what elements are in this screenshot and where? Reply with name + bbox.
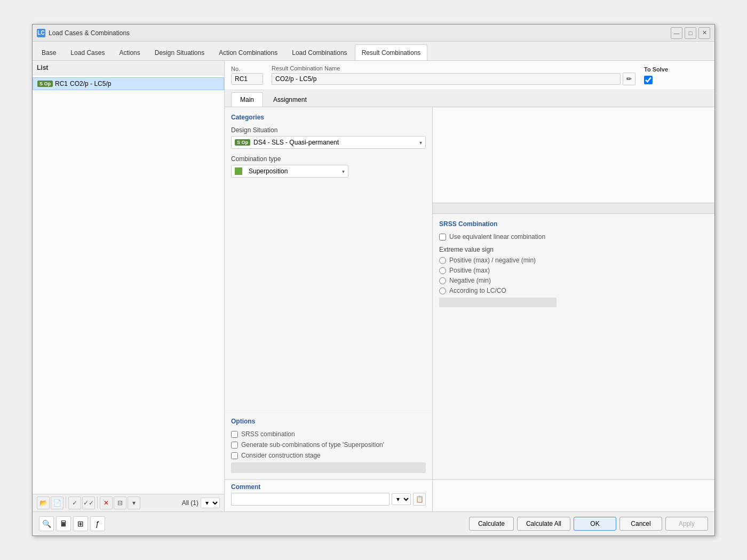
tab-design-situations[interactable]: Design Situations bbox=[148, 44, 211, 60]
title-bar-left: LC Load Cases & Combinations bbox=[37, 29, 130, 37]
radio-pos-label: Positive (max) bbox=[449, 267, 490, 274]
split-button[interactable]: ⊟ bbox=[114, 497, 126, 509]
sidebar-list: S Op RC1 CO2/p - LC5/p bbox=[33, 75, 224, 494]
combination-type-value: Superposition bbox=[249, 167, 288, 175]
close-button[interactable]: ✕ bbox=[698, 27, 710, 39]
model-button[interactable]: ⊞ bbox=[73, 516, 88, 531]
app-icon: LC bbox=[37, 29, 45, 37]
to-solve-checkbox[interactable] bbox=[644, 76, 653, 84]
use-equivalent-checkbox[interactable] bbox=[439, 234, 446, 241]
formula-button[interactable]: ƒ bbox=[90, 516, 105, 531]
design-situation-value: DS4 - SLS - Quasi-permanent bbox=[253, 139, 339, 146]
comment-dropdown[interactable]: ▾ bbox=[392, 493, 411, 505]
right-mid-area bbox=[433, 203, 714, 214]
sidebar-footer: 📂 📄 ✓ ✓✓ ✕ ⊟ ▾ All (1) ▾ bbox=[33, 494, 224, 511]
comment-input[interactable] bbox=[231, 493, 390, 506]
edit-name-button[interactable]: ✏ bbox=[623, 73, 635, 85]
radio-pos-neg-label: Positive (max) / negative (min) bbox=[449, 257, 536, 264]
calculator-button[interactable]: 🖩 bbox=[56, 516, 71, 531]
to-solve-section: To Solve bbox=[644, 66, 708, 84]
srss-combination-checkbox[interactable] bbox=[231, 431, 238, 438]
radio-pos-neg: Positive (max) / negative (min) bbox=[439, 257, 708, 264]
check-all-button[interactable]: ✓✓ bbox=[82, 497, 95, 509]
delete-button[interactable]: ✕ bbox=[100, 497, 113, 509]
srss-combination-row: SRSS combination bbox=[231, 430, 426, 438]
minimize-button[interactable]: — bbox=[671, 27, 682, 39]
maximize-button[interactable]: □ bbox=[685, 27, 696, 39]
tab-assignment[interactable]: Assignment bbox=[264, 92, 316, 107]
tools-divider2 bbox=[97, 497, 98, 508]
comment-input-row: ▾ 📋 bbox=[231, 493, 426, 506]
design-situation-group: Design Situation S Op DS4 - SLS - Quasi-… bbox=[231, 126, 426, 149]
name-field: Result Combination Name ✏ bbox=[272, 65, 635, 85]
copy-button[interactable]: 📄 bbox=[51, 497, 63, 509]
right-panel: SRSS Combination Use equivalent linear c… bbox=[433, 107, 714, 511]
right-comment-area bbox=[433, 479, 714, 511]
options-title: Options bbox=[231, 418, 426, 425]
tools-divider bbox=[66, 497, 66, 508]
comment-label: Comment bbox=[231, 483, 426, 491]
combination-type-label: Combination type bbox=[231, 155, 426, 163]
list-item-name: CO2/p - LC5/p bbox=[70, 80, 111, 87]
design-situation-badge: S Op bbox=[235, 139, 250, 146]
tab-base[interactable]: Base bbox=[35, 44, 63, 60]
name-input[interactable] bbox=[272, 73, 621, 85]
search-button[interactable]: 🔍 bbox=[39, 516, 54, 531]
apply-button[interactable]: Apply bbox=[665, 517, 708, 531]
radio-lc-co-input[interactable] bbox=[439, 287, 446, 294]
window-title: Load Cases & Combinations bbox=[49, 29, 130, 37]
options-section: Options SRSS combination Generate sub-co… bbox=[225, 411, 432, 479]
tab-actions[interactable]: Actions bbox=[112, 44, 147, 60]
ok-button[interactable]: OK bbox=[574, 517, 616, 531]
calculate-all-button[interactable]: Calculate All bbox=[517, 517, 570, 531]
all-dropdown[interactable]: ▾ bbox=[201, 498, 220, 508]
list-item[interactable]: S Op RC1 CO2/p - LC5/p bbox=[33, 77, 224, 90]
radio-pos-neg-input[interactable] bbox=[439, 257, 446, 264]
combo-arrow: ▾ bbox=[342, 169, 345, 174]
list-item-badge: S Op bbox=[37, 81, 53, 87]
list-item-id: RC1 bbox=[55, 80, 68, 87]
to-solve-label: To Solve bbox=[644, 66, 708, 73]
combo-badge bbox=[235, 167, 242, 175]
design-situation-select[interactable]: S Op DS4 - SLS - Quasi-permanent ▾ bbox=[231, 136, 426, 149]
panels-row: Categories Design Situation S Op DS4 - S… bbox=[225, 107, 714, 511]
sub-combinations-checkbox[interactable] bbox=[231, 442, 238, 449]
srss-grey-bar bbox=[439, 298, 557, 307]
srss-section: SRSS Combination Use equivalent linear c… bbox=[433, 214, 714, 479]
tab-action-combinations[interactable]: Action Combinations bbox=[212, 44, 284, 60]
tab-main[interactable]: Main bbox=[231, 92, 263, 107]
right-top-area bbox=[433, 107, 714, 203]
new-folder-button[interactable]: 📂 bbox=[37, 497, 50, 509]
name-input-row: ✏ bbox=[272, 73, 635, 85]
categories-title: Categories bbox=[231, 114, 426, 121]
categories-content: Categories Design Situation S Op DS4 - S… bbox=[225, 107, 432, 411]
construction-stage-checkbox[interactable] bbox=[231, 452, 238, 459]
combo-inner: Superposition bbox=[235, 167, 288, 175]
name-label: Result Combination Name bbox=[272, 65, 635, 71]
more-button[interactable]: ▾ bbox=[128, 497, 140, 509]
radio-lc-co: According to LC/CO bbox=[439, 287, 708, 294]
combination-type-select[interactable]: Superposition ▾ bbox=[231, 165, 348, 178]
cancel-button[interactable]: Cancel bbox=[619, 517, 662, 531]
tab-result-combinations[interactable]: Result Combinations bbox=[355, 44, 428, 60]
sub-combinations-row: Generate sub-combinations of type 'Super… bbox=[231, 441, 426, 449]
use-equivalent-label: Use equivalent linear combination bbox=[449, 233, 545, 241]
radio-pos-input[interactable] bbox=[439, 267, 446, 274]
radio-lc-co-label: According to LC/CO bbox=[449, 287, 506, 294]
no-value: RC1 bbox=[231, 73, 263, 85]
bottom-left-tools: 🔍 🖩 ⊞ ƒ bbox=[39, 516, 105, 531]
extreme-value-section: Extreme value sign Positive (max) / nega… bbox=[439, 246, 708, 307]
comment-section: Comment ▾ 📋 bbox=[225, 479, 432, 511]
construction-stage-label: Consider construction stage bbox=[241, 452, 321, 459]
radio-neg: Negative (min) bbox=[439, 277, 708, 284]
tab-load-combinations[interactable]: Load Combinations bbox=[285, 44, 354, 60]
check-button[interactable]: ✓ bbox=[68, 497, 81, 509]
calculate-button[interactable]: Calculate bbox=[469, 517, 514, 531]
left-panel: Categories Design Situation S Op DS4 - S… bbox=[225, 107, 433, 511]
comment-copy-button[interactable]: 📋 bbox=[413, 493, 426, 506]
construction-stage-row: Consider construction stage bbox=[231, 452, 426, 459]
tab-load-cases[interactable]: Load Cases bbox=[63, 44, 112, 60]
radio-neg-input[interactable] bbox=[439, 277, 446, 284]
bottom-right-buttons: Calculate Calculate All OK Cancel Apply bbox=[469, 517, 708, 531]
bottom-bar: 🔍 🖩 ⊞ ƒ Calculate Calculate All OK Cance… bbox=[33, 511, 714, 535]
